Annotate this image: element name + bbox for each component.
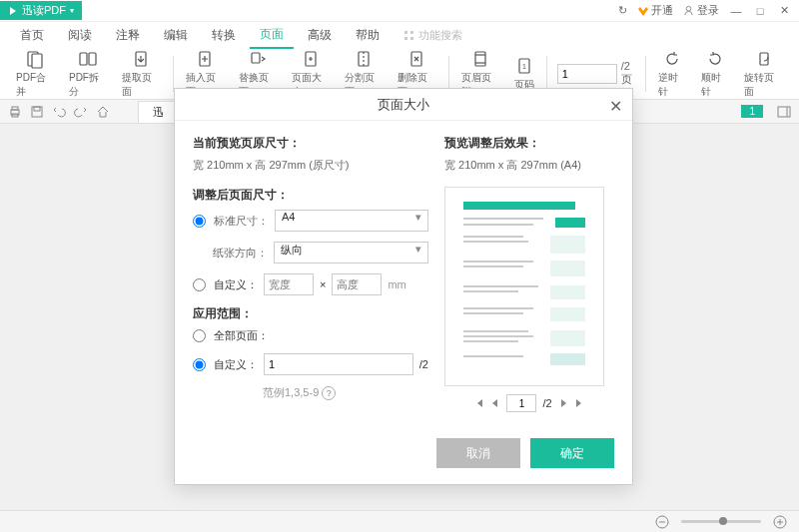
close-button[interactable]: ✕: [777, 4, 791, 18]
dialog-close-button[interactable]: ✕: [609, 97, 622, 116]
radio-all-label: 全部页面：: [214, 328, 269, 343]
menubar: 首页 阅读 注释 编辑 转换 页面 高级 帮助 功能搜索: [0, 22, 799, 48]
pagesize-icon: [301, 49, 321, 69]
merge-icon: [25, 49, 45, 69]
document-tab[interactable]: 迅: [138, 101, 179, 123]
vip-icon: [637, 5, 649, 17]
app-name: 迅读PDF: [22, 3, 66, 18]
separator: [546, 56, 547, 92]
separator: [645, 56, 646, 92]
rotate-page-icon: [754, 49, 774, 69]
prev-page-icon[interactable]: [490, 398, 500, 408]
custom-size-row: 自定义： × mm: [193, 273, 428, 295]
tool-extract[interactable]: 提取页面: [116, 47, 167, 101]
svg-rect-2: [410, 31, 413, 34]
width-input[interactable]: [264, 273, 314, 295]
svg-rect-7: [80, 53, 87, 65]
range-hint: 范例1,3,5-9 ?: [263, 385, 428, 400]
hint-icon[interactable]: ?: [322, 386, 336, 400]
dialog-title: 页面大小 ✕: [175, 89, 632, 121]
extract-icon: [131, 49, 151, 69]
orient-label: 纸张方向：: [213, 246, 268, 261]
cancel-button[interactable]: 取消: [436, 438, 520, 468]
radio-custom-label: 自定义：: [214, 277, 258, 292]
preview-label: 预览调整后效果：: [444, 135, 614, 152]
kaitong-link[interactable]: 开通: [637, 3, 673, 18]
function-search[interactable]: 功能搜索: [403, 28, 462, 43]
tool-split[interactable]: PDF拆分: [63, 47, 114, 101]
home-icon[interactable]: [96, 105, 110, 119]
insert-icon: [195, 49, 215, 69]
split-icon: [78, 49, 98, 69]
svg-rect-8: [89, 53, 96, 65]
sidebar-toggle-icon[interactable]: [777, 105, 791, 119]
reload-icon[interactable]: ↻: [618, 4, 627, 17]
range-input[interactable]: [264, 353, 413, 375]
rotate-ccw-icon: [662, 49, 682, 69]
size-select[interactable]: A4: [275, 210, 428, 232]
menu-annotate[interactable]: 注释: [106, 23, 150, 48]
orient-select[interactable]: 纵向: [274, 242, 428, 264]
splitpage-icon: [354, 49, 374, 69]
save-icon[interactable]: [30, 105, 44, 119]
minimize-button[interactable]: —: [729, 4, 743, 18]
menu-page[interactable]: 页面: [250, 22, 294, 49]
undo-icon[interactable]: [52, 105, 66, 119]
orientation-row: 纸张方向： 纵向: [193, 242, 428, 264]
menu-read[interactable]: 阅读: [58, 23, 102, 48]
user-icon: [683, 5, 694, 16]
radio-custom-range[interactable]: [193, 358, 206, 371]
grid-icon: [403, 30, 414, 41]
svg-rect-3: [404, 37, 407, 40]
svg-rect-4: [410, 37, 413, 40]
radio-custom-size[interactable]: [193, 278, 206, 291]
zoom-out-icon[interactable]: [655, 515, 669, 529]
dialog-body: 当前预览页原尺寸： 宽 210mm x 高 297mm (原尺寸) 调整后页面尺…: [175, 121, 632, 426]
preview-content: [453, 196, 595, 377]
next-page-icon[interactable]: [558, 398, 568, 408]
redo-icon[interactable]: [74, 105, 88, 119]
last-page-icon[interactable]: [574, 398, 584, 408]
tool-rotate-ccw[interactable]: 逆时针: [652, 47, 693, 101]
separator: [173, 56, 174, 92]
apply-range-label: 应用范围：: [193, 305, 428, 322]
separator: [448, 56, 449, 92]
svg-rect-20: [760, 53, 768, 65]
radio-range-label: 自定义：: [214, 357, 258, 372]
menu-advanced[interactable]: 高级: [298, 23, 342, 48]
svg-point-0: [686, 6, 691, 11]
rotate-cw-icon: [705, 49, 725, 69]
menu-help[interactable]: 帮助: [346, 23, 390, 48]
range-total: /2: [419, 358, 428, 370]
menu-convert[interactable]: 转换: [202, 23, 246, 48]
svg-rect-13: [359, 52, 369, 66]
page-input[interactable]: [557, 64, 617, 84]
page-total: /2页: [621, 60, 639, 87]
dropdown-icon[interactable]: ▾: [70, 6, 74, 15]
height-input[interactable]: [332, 273, 382, 295]
svg-rect-26: [778, 107, 790, 117]
preview-navigation: /2: [444, 394, 614, 412]
preview-page-input[interactable]: [506, 394, 536, 412]
zoom-slider[interactable]: [681, 520, 761, 523]
radio-standard[interactable]: [193, 215, 206, 228]
svg-text:1: 1: [522, 63, 526, 70]
dialog-left: 当前预览页原尺寸： 宽 210mm x 高 297mm (原尺寸) 调整后页面尺…: [193, 135, 428, 412]
radio-all-pages[interactable]: [193, 329, 206, 342]
svg-rect-22: [12, 107, 18, 110]
tab-area: 迅: [138, 101, 179, 123]
menu-edit[interactable]: 编辑: [154, 23, 198, 48]
login-link[interactable]: 登录: [683, 3, 719, 18]
menu-home[interactable]: 首页: [10, 23, 54, 48]
zoom-thumb[interactable]: [719, 517, 727, 525]
tool-merge[interactable]: PDF合并: [10, 47, 61, 101]
tool-rotate-page[interactable]: 旋转页面: [738, 47, 789, 101]
ok-button[interactable]: 确定: [530, 438, 614, 468]
zoom-in-icon[interactable]: [773, 515, 787, 529]
maximize-button[interactable]: □: [753, 4, 767, 18]
svg-rect-15: [475, 52, 485, 66]
first-page-icon[interactable]: [474, 398, 484, 408]
delete-icon: [406, 49, 426, 69]
print-icon[interactable]: [8, 105, 22, 119]
tool-rotate-cw[interactable]: 顺时针: [695, 47, 736, 101]
